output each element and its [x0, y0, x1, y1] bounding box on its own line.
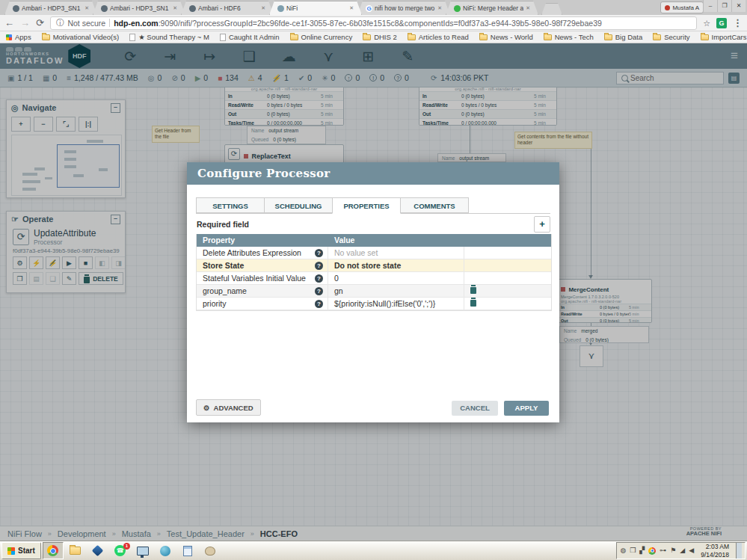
bookmark-item[interactable]: Apps — [6, 33, 31, 41]
connection-label[interactable]: Namemerged Queued0 (0 bytes) — [559, 326, 649, 343]
bookmark-item[interactable]: Articles to Read — [408, 33, 469, 41]
start-button[interactable]: Start — [1, 542, 41, 559]
tab-close-icon[interactable]: ✕ — [437, 5, 442, 11]
stop-button[interactable]: ■ — [79, 256, 93, 269]
bookmark-item[interactable]: Big Data — [604, 33, 642, 41]
property-row[interactable]: Delete Attributes Expression?No value se… — [197, 247, 551, 259]
address-bar[interactable]: ⓘ Not secure hdp-en.com:9090/nifi/?proce… — [50, 16, 697, 30]
breadcrumb-item[interactable]: Mustafa — [122, 529, 151, 538]
bookmark-item[interactable]: News - World — [479, 33, 533, 41]
browser-tab[interactable]: Ambari - HDP3_SN1✕ — [93, 1, 185, 15]
funnel-icon[interactable]: ⋎ — [319, 48, 338, 65]
browser-profile-chip[interactable]: Mustafa A — [660, 1, 704, 13]
signal-tray-icon[interactable]: ◢ — [680, 547, 685, 554]
back-button[interactable]: ← — [4, 16, 14, 31]
show-desktop-button[interactable] — [736, 543, 742, 559]
copy-button[interactable]: ❐ — [13, 272, 27, 285]
funnel[interactable]: ⋎ — [580, 345, 603, 367]
minimize-button[interactable]: – — [703, 0, 717, 12]
delete-button[interactable]: DELETE — [79, 272, 123, 285]
dialog-tab-settings[interactable]: SETTINGS — [196, 197, 265, 213]
property-value-cell[interactable]: Do not store state — [328, 259, 464, 271]
delete-property-icon[interactable] — [470, 287, 476, 294]
bookmark-item[interactable]: Caught It Admin — [220, 33, 280, 41]
dialog-tab-scheduling[interactable]: SCHEDULING — [264, 197, 333, 213]
output-port-icon[interactable]: ↦ — [200, 48, 219, 65]
property-value-cell[interactable]: No value set — [328, 247, 464, 259]
taskbar-chrome-button[interactable] — [43, 542, 64, 559]
taskbar-explorer-button[interactable] — [65, 542, 86, 559]
minimap[interactable] — [11, 135, 122, 196]
network-tray-icon[interactable]: ◍ — [620, 547, 626, 554]
start-button[interactable]: ▶ — [62, 256, 76, 269]
processor-mergecontent[interactable]: MergeContent MergeContent 1.7.0.3.2.0.0-… — [557, 279, 652, 323]
tab-close-icon[interactable]: ✕ — [173, 5, 177, 11]
flag-tray-icon[interactable]: ⚑ — [670, 547, 676, 554]
taskbar-paint-button[interactable] — [200, 542, 221, 559]
browser-menu-icon[interactable]: ⋮ — [733, 16, 743, 31]
delete-property-icon[interactable] — [470, 300, 476, 307]
browser-tab[interactable]: NiFi✕ — [269, 1, 362, 15]
template-icon[interactable]: ⊞ — [358, 48, 378, 65]
taskbar-whatsapp-button[interactable]: ☎1 — [110, 542, 131, 559]
color-button[interactable]: ✎ — [62, 272, 76, 285]
processor-icon[interactable]: ⟳ — [120, 48, 140, 65]
chrome-tray-icon[interactable] — [648, 547, 656, 555]
volume-tray-icon[interactable]: ◀ — [689, 547, 694, 554]
reload-button[interactable]: ⟳ — [36, 16, 44, 31]
browser-tab[interactable]: Ambari - HDP3_SN1✕ — [4, 1, 97, 15]
taskbar-system-button[interactable] — [132, 542, 153, 559]
new-tab-button[interactable] — [541, 3, 562, 15]
global-menu-icon[interactable]: ≡ — [731, 49, 738, 64]
tab-close-icon[interactable]: ✕ — [261, 5, 265, 11]
property-row[interactable]: priority?${priority:isNull():ifElse('0',… — [197, 298, 551, 310]
info-icon[interactable]: ⓘ — [56, 18, 64, 28]
zoom-actual-button[interactable]: |:| — [79, 117, 98, 132]
process-group-icon[interactable]: ❑ — [239, 48, 259, 65]
refresh-icon[interactable]: ⟳ — [431, 74, 437, 82]
property-row[interactable]: Stateful Variables Initial Value?0 — [197, 272, 551, 285]
canvas-label[interactable]: Get contents from the file without heade… — [514, 132, 592, 149]
bookmark-item[interactable]: Security — [653, 33, 689, 41]
property-value-cell[interactable]: 0 — [328, 272, 464, 284]
apply-button[interactable]: APPLY — [504, 401, 549, 416]
zoom-out-button[interactable]: − — [34, 117, 53, 132]
property-value-cell[interactable]: ${priority:isNull():ifElse('0',';')} — [328, 298, 464, 310]
cancel-button[interactable]: CANCEL — [452, 401, 498, 416]
advanced-button[interactable]: ⚙ ADVANCED — [196, 399, 261, 416]
bookmark-item[interactable]: ★ Sound Therapy ~ M — [129, 33, 209, 41]
close-button[interactable]: ✕ — [731, 0, 746, 12]
bookmark-item[interactable]: Motivational Video(s) — [42, 33, 120, 41]
tab-close-icon[interactable]: ✕ — [526, 5, 530, 11]
disable-button[interactable]: ⚡ — [46, 256, 60, 269]
canvas-label[interactable]: Get Header from the file — [152, 126, 200, 143]
help-icon[interactable]: ? — [315, 287, 323, 295]
property-row[interactable]: group_name?gn — [197, 285, 551, 298]
collapse-icon[interactable]: – — [111, 215, 120, 224]
bookmark-item[interactable]: News - Tech — [544, 33, 594, 41]
dialog-tab-properties[interactable]: PROPERTIES — [332, 197, 401, 214]
browser-tab[interactable]: NiFi: Merge Header and Da✕ — [446, 1, 538, 15]
bookmark-item[interactable]: DHIS 2 — [363, 33, 397, 41]
bookmark-star-icon[interactable]: ☆ — [703, 16, 710, 31]
help-icon[interactable]: ? — [315, 274, 323, 283]
search-input[interactable] — [616, 72, 724, 84]
minimap-viewport[interactable] — [57, 144, 120, 188]
help-icon[interactable]: ? — [315, 249, 323, 257]
tab-close-icon[interactable]: ✕ — [349, 5, 354, 11]
breadcrumb-item[interactable]: Development — [58, 529, 106, 538]
help-icon[interactable]: ? — [315, 262, 323, 270]
property-value-cell[interactable]: gn — [328, 285, 464, 297]
taskbar-cisco-button[interactable] — [155, 542, 176, 559]
bookmark-item[interactable]: Online Currency — [290, 33, 353, 41]
help-icon[interactable]: ? — [315, 300, 323, 308]
input-port-icon[interactable]: ⇥ — [160, 48, 179, 65]
usb-tray-icon[interactable]: ⊶ — [660, 547, 666, 554]
panel-toggle-icon[interactable]: ▤ — [728, 73, 740, 84]
dialog-tab-comments[interactable]: COMMENTS — [400, 197, 469, 213]
clipboard-tray-icon[interactable]: ❒ — [630, 547, 636, 554]
taskbar-virtualbox-button[interactable] — [87, 542, 108, 559]
taskbar-notepad-button[interactable] — [177, 542, 198, 559]
add-property-button[interactable]: + — [534, 216, 550, 233]
enable-button[interactable]: ⚡ — [29, 256, 43, 269]
